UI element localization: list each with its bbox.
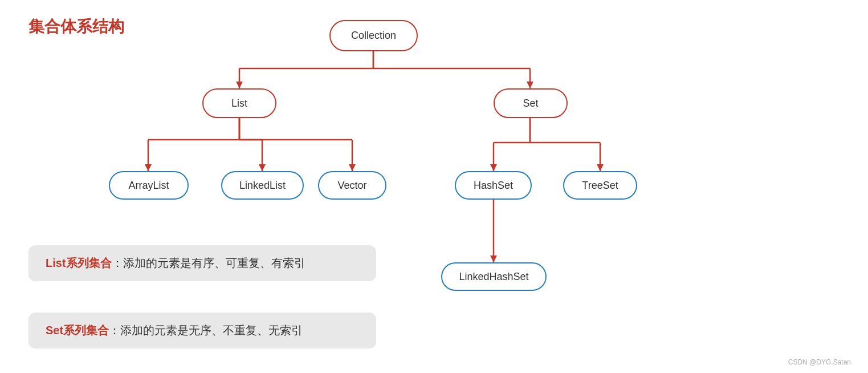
node-linkedhashset: LinkedHashSet — [441, 262, 547, 291]
list-info-label: List系列集合 — [46, 257, 112, 269]
svg-marker-29 — [490, 256, 497, 262]
svg-marker-15 — [259, 164, 266, 171]
node-linkedlist-label: LinkedList — [239, 180, 286, 192]
node-list: List — [202, 88, 276, 118]
node-collection-label: Collection — [351, 30, 396, 42]
set-info-label: Set系列集合 — [46, 324, 109, 336]
svg-marker-3 — [236, 82, 243, 88]
node-list-label: List — [231, 98, 247, 110]
list-info-text: 添加的元素是有序、可重复、有索引 — [123, 257, 305, 269]
node-hashset: HashSet — [455, 171, 532, 200]
svg-marker-23 — [490, 164, 497, 171]
node-arraylist-label: ArrayList — [128, 180, 169, 192]
page-title: 集合体系结构 — [28, 16, 124, 38]
list-info-box: List系列集合：添加的元素是有序、可重复、有索引 — [28, 245, 376, 281]
node-treeset-label: TreeSet — [582, 180, 618, 192]
node-vector-label: Vector — [337, 180, 366, 192]
node-linkedhashset-label: LinkedHashSet — [459, 271, 528, 283]
svg-marker-7 — [527, 82, 533, 88]
node-linkedlist: LinkedList — [221, 171, 304, 200]
set-info-box: Set系列集合：添加的元素是无序、不重复、无索引 — [28, 313, 376, 348]
node-set-label: Set — [523, 98, 538, 110]
svg-marker-19 — [349, 164, 356, 171]
node-vector: Vector — [318, 171, 386, 200]
node-hashset-label: HashSet — [474, 180, 513, 192]
svg-marker-27 — [597, 164, 604, 171]
node-treeset: TreeSet — [563, 171, 637, 200]
node-arraylist: ArrayList — [109, 171, 189, 200]
set-info-colon: ： — [109, 324, 120, 336]
node-set: Set — [494, 88, 568, 118]
set-info-text: 添加的元素是无序、不重复、无索引 — [120, 324, 303, 336]
node-collection: Collection — [329, 20, 418, 51]
watermark: CSDN @DYG.Satan — [788, 358, 851, 366]
list-info-colon: ： — [112, 257, 123, 269]
svg-marker-11 — [145, 164, 152, 171]
